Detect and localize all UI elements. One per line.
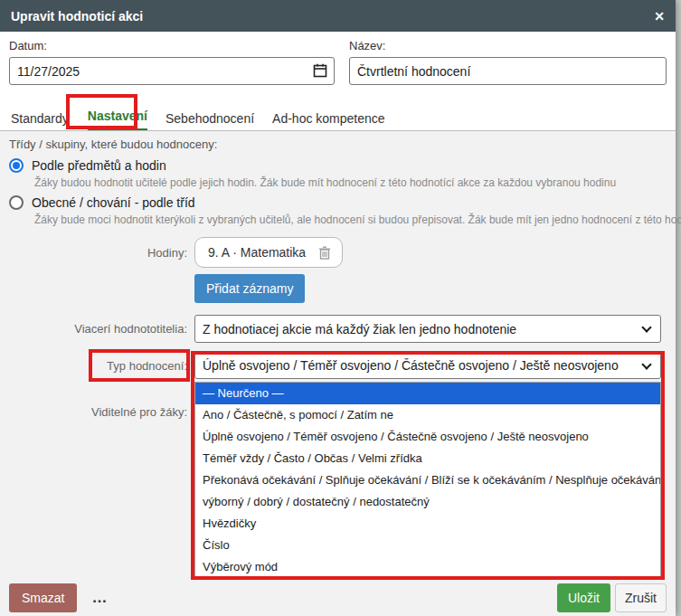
dropdown-option-vyborny-dobry[interactable]: výborný / dobrý / dostatečný / nedostate… xyxy=(195,491,660,513)
radio-subjects-label[interactable]: Podle předmětů a hodin xyxy=(32,158,166,173)
dropdown-option-prekonava-ocekavani[interactable]: Překonává očekávání / Splňuje očekávání … xyxy=(195,469,660,491)
multi-evaluators-row: Viacerí hodnototitelia: Z hodnotiacej ak… xyxy=(9,315,667,343)
top-fields: Datum: Název: xyxy=(0,32,676,98)
date-label: Datum: xyxy=(9,39,335,53)
dropdown-option-uplne-osvojeno[interactable]: Úplně osvojeno / Téměř osvojeno / Částeč… xyxy=(195,426,660,448)
radio-option-general: Obecné / chování - podle tříd Žáky bude … xyxy=(9,195,667,226)
multi-evaluators-select[interactable]: Z hodnotiacej akcie má každý žiak len je… xyxy=(194,315,661,343)
rating-type-label: Typ hodnocení: xyxy=(9,359,187,373)
radio-subjects-description: Žáky budou hodnotit učitelé podle jejich… xyxy=(34,176,667,189)
trash-icon[interactable] xyxy=(318,246,331,260)
add-records-button[interactable]: Přidat záznamy xyxy=(194,274,305,303)
radio-general-label[interactable]: Obecné / chování - podle tříd xyxy=(32,195,195,210)
dropdown-option-temer-vzdy[interactable]: Téměř vždy / Často / Občas / Velmi zřídk… xyxy=(195,448,660,469)
delete-button[interactable]: Smazat xyxy=(9,583,77,612)
chevron-down-icon xyxy=(641,322,651,332)
tab-nastaveni[interactable]: Nastavení xyxy=(88,109,147,131)
hours-row: Hodiny: 9. A · Matematika xyxy=(9,237,667,268)
rating-type-value: Úplně osvojeno / Téměř osvojeno / Částeč… xyxy=(203,358,619,373)
visible-to-students-label: Viditelné pro žáky: xyxy=(9,405,187,419)
tab-sebehodnoceni[interactable]: Sebehodnocení xyxy=(166,111,254,131)
rating-type-select[interactable]: Úplně osvojeno / Téměř osvojeno / Částeč… xyxy=(194,352,661,379)
date-input[interactable] xyxy=(9,57,335,85)
more-options-icon[interactable]: … xyxy=(91,593,108,602)
radio-general[interactable] xyxy=(9,195,24,210)
name-label: Název: xyxy=(349,39,667,53)
tabs: Standardy Nastavení Sebehodnocení Ad-hoc… xyxy=(0,98,676,131)
multi-evaluators-value: Z hodnotiacej akcie má každý žiak len je… xyxy=(203,322,516,336)
hours-chip[interactable]: 9. A · Matematika xyxy=(194,237,343,268)
hours-chip-label: 9. A · Matematika xyxy=(208,245,306,260)
rating-type-row: Typ hodnocení: Úplně osvojeno / Téměř os… xyxy=(0,352,676,379)
multi-evaluators-label: Viacerí hodnototitelia: xyxy=(9,322,187,336)
calendar-icon[interactable] xyxy=(313,63,327,78)
classes-group-label: Třídy / skupiny, které budou hodnoceny: xyxy=(9,137,667,152)
dropdown-option-neurceno[interactable]: — Neurčeno — xyxy=(195,383,660,404)
rating-type-dropdown: — Neurčeno — Ano / Částečně, s pomocí / … xyxy=(194,382,661,579)
dialog-header: Upravit hodnoticí akci ✕ xyxy=(0,0,676,32)
dropdown-option-vyberovy-mod[interactable]: Výběrový mód xyxy=(195,556,660,578)
cancel-button[interactable]: Zrušit xyxy=(615,583,667,612)
dropdown-option-hvezdicky[interactable]: Hvězdičky xyxy=(195,513,660,535)
dropdown-option-cislo[interactable]: Číslo xyxy=(195,535,660,556)
dropdown-option-ano-castecne[interactable]: Ano / Částečně, s pomocí / Zatím ne xyxy=(195,404,660,426)
add-row: Přidat záznamy xyxy=(9,274,667,303)
dialog-title: Upravit hodnoticí akci xyxy=(11,9,143,24)
tab-standardy[interactable]: Standardy xyxy=(11,111,69,131)
dialog-footer: Smazat … Uložit Zrušit xyxy=(0,580,676,616)
save-button[interactable]: Uložit xyxy=(557,583,610,612)
edit-evaluation-dialog: Upravit hodnoticí akci ✕ Datum: Název: xyxy=(0,0,676,616)
close-icon[interactable]: ✕ xyxy=(654,9,665,24)
tab-adhoc-kompetence[interactable]: Ad-hoc kompetence xyxy=(272,111,385,131)
hours-label: Hodiny: xyxy=(9,246,187,260)
chevron-down-icon xyxy=(641,359,651,369)
radio-option-subjects: Podle předmětů a hodin Žáky budou hodnot… xyxy=(9,158,667,189)
name-input[interactable] xyxy=(349,57,667,85)
radio-general-description: Žáky bude moci hodnotit kterýkoli z vybr… xyxy=(34,213,667,226)
radio-subjects[interactable] xyxy=(9,158,24,173)
